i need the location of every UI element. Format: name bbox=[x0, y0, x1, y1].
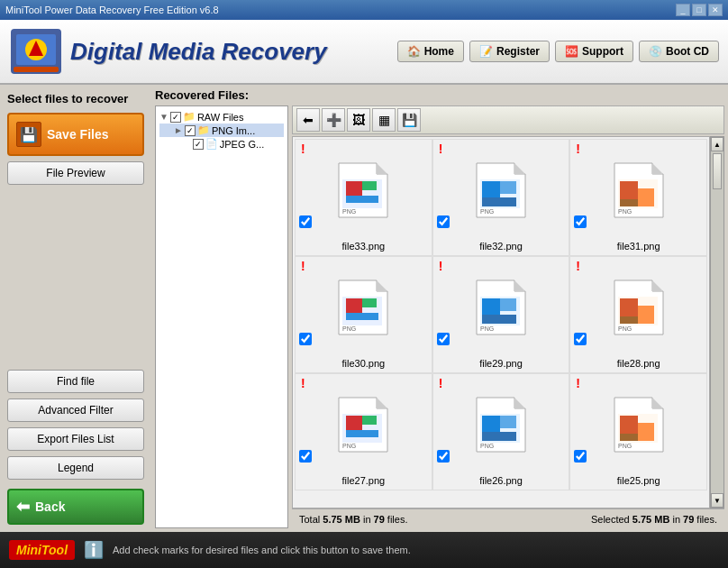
file-icon-5: PNG bbox=[613, 279, 665, 336]
file-checkbox-0[interactable] bbox=[299, 215, 312, 228]
tree-panel: ▼ 📁 RAW Files ► 📁 PNG Im... 📄 bbox=[155, 105, 288, 528]
app-header: Digital Media Recovery 🏠 Home 📝 Register… bbox=[0, 20, 728, 85]
folder-icon: 📁 bbox=[183, 111, 196, 123]
back-button[interactable]: ⬅ Back bbox=[7, 489, 144, 525]
file-preview-button[interactable]: File Preview bbox=[7, 161, 144, 185]
svg-text:PNG: PNG bbox=[342, 325, 356, 332]
register-button[interactable]: 📝 Register bbox=[469, 41, 550, 62]
export-files-button[interactable]: Export Files List bbox=[7, 427, 144, 451]
tree-checkbox-rawfiles[interactable] bbox=[170, 112, 181, 123]
grid-scroll-area: ! PNG bbox=[292, 136, 724, 508]
svg-marker-41 bbox=[652, 280, 663, 291]
file-icon-area-4: PNG bbox=[437, 261, 566, 354]
files-area: ⬅ ➕ 🖼 ▦ 💾 ! bbox=[292, 105, 724, 528]
bootcd-icon: 💿 bbox=[649, 45, 662, 58]
svg-rect-30 bbox=[346, 313, 378, 320]
scroll-thumb[interactable] bbox=[713, 153, 722, 189]
tree-item-jpeg[interactable]: 📄 JPEG G... bbox=[159, 137, 284, 151]
file-checkbox-1[interactable] bbox=[437, 215, 450, 228]
file-cell-6: ! PNG bbox=[295, 373, 432, 490]
file-icon-7: PNG bbox=[475, 396, 527, 453]
find-file-button[interactable]: Find file bbox=[7, 370, 144, 393]
close-btn[interactable]: ✕ bbox=[708, 4, 723, 16]
file-cell-0: ! PNG bbox=[295, 139, 432, 256]
svg-marker-48 bbox=[377, 398, 387, 408]
svg-rect-23 bbox=[638, 188, 654, 206]
svg-rect-15 bbox=[482, 181, 500, 197]
home-button[interactable]: 🏠 Home bbox=[397, 41, 464, 62]
file-jpeg-icon: 📄 bbox=[205, 138, 218, 150]
svg-marker-62 bbox=[652, 398, 663, 408]
tree-item-png[interactable]: ► 📁 PNG Im... bbox=[159, 124, 284, 137]
scroll-up-btn[interactable]: ▲ bbox=[711, 137, 723, 151]
file-name-3: file30.png bbox=[299, 354, 428, 369]
svg-text:PNG: PNG bbox=[618, 208, 632, 215]
tree-checkbox-png[interactable] bbox=[185, 125, 196, 136]
footer-logo: MiniTool bbox=[9, 540, 75, 560]
bootcd-button[interactable]: 💿 Boot CD bbox=[639, 41, 719, 62]
footer-logo-mini: Mini bbox=[16, 543, 41, 557]
svg-rect-59 bbox=[482, 432, 516, 441]
advanced-filter-button[interactable]: Advanced Filter bbox=[7, 399, 144, 422]
toolbar-image-btn[interactable]: 🖼 bbox=[347, 108, 370, 132]
svg-marker-27 bbox=[377, 280, 387, 291]
toolbar-back-btn[interactable]: ⬅ bbox=[296, 108, 320, 132]
file-icon-area-7: PNG bbox=[437, 378, 566, 472]
save-files-button[interactable]: 💾 Save Files bbox=[7, 113, 144, 156]
legend-button[interactable]: Legend bbox=[7, 456, 144, 480]
toolbar-add-btn[interactable]: ➕ bbox=[322, 108, 345, 132]
file-cell-8: ! PNG bbox=[569, 373, 707, 490]
svg-rect-58 bbox=[500, 416, 516, 428]
browser-area: ▼ 📁 RAW Files ► 📁 PNG Im... 📄 bbox=[155, 105, 724, 528]
files-grid-container: ! PNG bbox=[292, 136, 710, 508]
file-checkbox-3[interactable] bbox=[299, 333, 312, 345]
footer: MiniTool ℹ️ Add check marks for desired … bbox=[0, 532, 728, 568]
file-checkbox-7[interactable] bbox=[437, 450, 450, 463]
file-icon-area-1: PNG bbox=[437, 143, 566, 237]
file-checkbox-8[interactable] bbox=[574, 450, 587, 463]
file-name-7: file26.png bbox=[437, 472, 566, 486]
file-name-2: file31.png bbox=[574, 237, 703, 252]
file-checkbox-2[interactable] bbox=[574, 215, 587, 228]
title-text: MiniTool Power Data Recovery Free Editio… bbox=[5, 5, 219, 15]
selected-size: 5.75 MB bbox=[632, 514, 670, 525]
register-icon: 📝 bbox=[479, 45, 493, 58]
svg-text:PNG: PNG bbox=[480, 443, 494, 449]
svg-rect-44 bbox=[638, 306, 654, 324]
file-icon-area-0: PNG bbox=[299, 143, 428, 237]
minimize-btn[interactable]: _ bbox=[676, 4, 690, 16]
total-files: 79 bbox=[374, 514, 385, 525]
svg-text:PNG: PNG bbox=[618, 443, 632, 449]
svg-rect-45 bbox=[620, 316, 638, 324]
tree-checkbox-jpeg[interactable] bbox=[193, 139, 204, 150]
header-buttons: 🏠 Home 📝 Register 🆘 Support 💿 Boot CD bbox=[397, 41, 719, 62]
file-checkbox-4[interactable] bbox=[437, 333, 450, 345]
file-checkbox-5[interactable] bbox=[574, 333, 587, 345]
selected-status: Selected 5.75 MB in 79 files. bbox=[591, 514, 717, 525]
maximize-btn[interactable]: □ bbox=[692, 4, 706, 16]
file-cell-7: ! PNG bbox=[432, 373, 570, 490]
svg-rect-37 bbox=[500, 298, 516, 311]
svg-text:PNG: PNG bbox=[480, 208, 494, 215]
file-name-0: file33.png bbox=[299, 237, 428, 252]
home-icon: 🏠 bbox=[407, 45, 421, 58]
total-size: 5.75 MB bbox=[323, 514, 360, 525]
back-icon: ⬅ bbox=[16, 497, 30, 517]
file-name-5: file28.png bbox=[574, 354, 703, 369]
toolbar-grid-btn[interactable]: ▦ bbox=[372, 108, 396, 132]
warning-icon-3: ! bbox=[301, 259, 305, 273]
support-button[interactable]: 🆘 Support bbox=[555, 41, 633, 62]
warning-icon-7: ! bbox=[439, 376, 443, 390]
total-status: Total 5.75 MB in 79 files. bbox=[299, 514, 408, 525]
status-bar: Total 5.75 MB in 79 files. Selected 5.75… bbox=[292, 508, 724, 528]
scroll-track bbox=[711, 151, 723, 493]
svg-rect-24 bbox=[620, 199, 638, 206]
tree-item-rawfiles[interactable]: ▼ 📁 RAW Files bbox=[159, 110, 284, 124]
file-icon-2: PNG bbox=[613, 161, 665, 219]
scroll-down-btn[interactable]: ▼ bbox=[711, 493, 723, 508]
toolbar-save-btn[interactable]: 💾 bbox=[397, 108, 421, 132]
warning-icon-0: ! bbox=[301, 142, 305, 156]
file-checkbox-6[interactable] bbox=[299, 450, 312, 463]
svg-text:PNG: PNG bbox=[618, 325, 632, 332]
svg-rect-22 bbox=[620, 181, 638, 199]
